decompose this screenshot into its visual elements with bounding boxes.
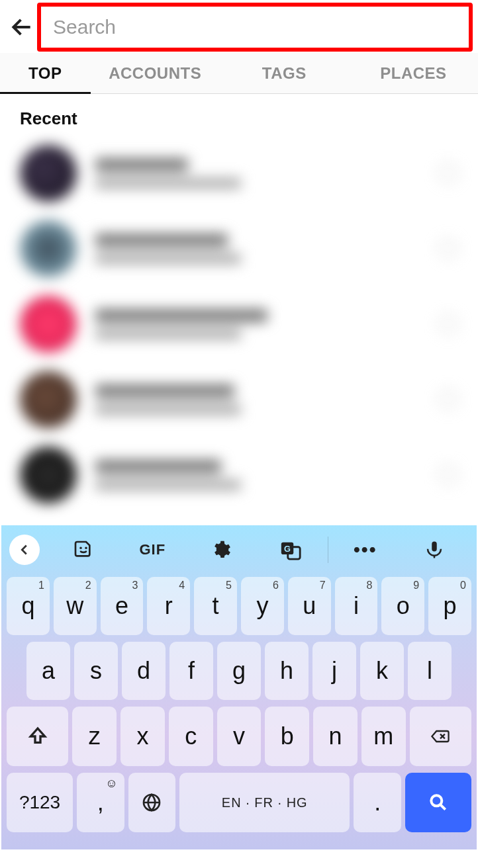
arrow-left-icon (9, 15, 34, 40)
list-item[interactable] (20, 211, 458, 286)
remove-recent-button[interactable] (438, 239, 458, 259)
svg-point-1 (85, 547, 87, 549)
svg-point-6 (431, 795, 442, 806)
key-a[interactable]: a (26, 642, 70, 700)
list-item[interactable] (20, 362, 458, 437)
list-item-text (95, 309, 438, 339)
search-input-wrap (41, 7, 469, 48)
comma-label: , (97, 789, 104, 816)
key-t[interactable]: t5 (194, 577, 237, 635)
svg-text:G: G (284, 544, 291, 554)
key-i[interactable]: i8 (335, 577, 378, 635)
list-item-subtitle (95, 178, 241, 189)
voice-input-button[interactable] (400, 525, 469, 574)
key-f[interactable]: f (169, 642, 213, 700)
tab-accounts[interactable]: ACCOUNTS (91, 53, 220, 93)
period-key[interactable]: . (354, 773, 401, 832)
search-header (0, 0, 478, 53)
remove-recent-button[interactable] (438, 465, 458, 485)
soft-keyboard: GIF G ••• q1w2e3r4t5y6u7i8o9p0 asdfghjkl… (1, 525, 477, 849)
backspace-icon (430, 726, 451, 747)
list-item[interactable] (20, 136, 458, 211)
keyboard-row-4: ?123 ☺ , EN · FR · HG . (7, 773, 471, 832)
key-w[interactable]: w2 (54, 577, 97, 635)
key-d[interactable]: d (122, 642, 166, 700)
keyboard-more-button[interactable]: ••• (331, 525, 400, 574)
microphone-icon (424, 540, 444, 560)
sticker-icon (73, 539, 94, 560)
comma-key[interactable]: ☺ , (77, 773, 124, 832)
key-c[interactable]: c (169, 707, 213, 766)
key-e[interactable]: e3 (101, 577, 144, 635)
list-item-text (95, 384, 438, 415)
search-input[interactable] (41, 7, 469, 48)
shift-key[interactable] (7, 707, 68, 766)
svg-point-0 (79, 547, 81, 549)
key-s[interactable]: s (74, 642, 118, 700)
tab-tags[interactable]: TAGS (220, 53, 349, 93)
language-key[interactable] (128, 773, 175, 832)
list-item[interactable] (20, 286, 458, 362)
remove-recent-button[interactable] (438, 163, 458, 183)
key-h[interactable]: h (265, 642, 309, 700)
spacebar-key[interactable]: EN · FR · HG (179, 773, 350, 832)
sticker-button[interactable] (49, 525, 118, 574)
key-l[interactable]: l (408, 642, 452, 700)
shift-icon (27, 726, 48, 747)
keyboard-toolbar: GIF G ••• (5, 525, 473, 574)
list-item[interactable] (20, 437, 458, 513)
emoji-hint: ☺ (105, 777, 117, 791)
key-k[interactable]: k (360, 642, 404, 700)
key-n[interactable]: n (313, 707, 358, 766)
toolbar-divider (328, 537, 328, 563)
avatar (20, 447, 77, 503)
list-item-subtitle (95, 404, 241, 415)
key-g[interactable]: g (217, 642, 261, 700)
key-z[interactable]: z (72, 707, 117, 766)
gif-button[interactable]: GIF (118, 525, 187, 574)
keyboard-settings-button[interactable] (187, 525, 256, 574)
symbols-key[interactable]: ?123 (7, 773, 73, 832)
key-b[interactable]: b (265, 707, 309, 766)
key-u[interactable]: u7 (288, 577, 331, 635)
search-action-key[interactable] (405, 773, 471, 832)
list-item-title (95, 158, 188, 171)
key-p[interactable]: p0 (428, 577, 471, 635)
key-v[interactable]: v (217, 707, 262, 766)
avatar (20, 220, 77, 277)
list-item-subtitle (95, 329, 241, 339)
key-j[interactable]: j (312, 642, 356, 700)
keyboard-collapse-button[interactable] (9, 535, 40, 565)
recent-heading: Recent (0, 94, 478, 136)
list-item-subtitle (95, 253, 241, 264)
search-tabs: TOP ACCOUNTS TAGS PLACES (0, 53, 478, 94)
key-q[interactable]: q1 (7, 577, 50, 635)
remove-recent-button[interactable] (438, 314, 458, 334)
key-r[interactable]: r4 (147, 577, 190, 635)
list-item-text (95, 158, 438, 189)
list-item-title (95, 460, 221, 473)
key-m[interactable]: m (361, 707, 406, 766)
list-item-title (95, 309, 267, 322)
tab-top[interactable]: TOP (0, 53, 91, 93)
chevron-left-icon (17, 542, 32, 557)
recent-list (0, 136, 478, 513)
globe-icon (141, 792, 162, 813)
avatar (20, 145, 77, 202)
key-o[interactable]: o9 (381, 577, 424, 635)
tab-places[interactable]: PLACES (349, 53, 478, 93)
gear-icon (211, 539, 232, 560)
list-item-text (95, 234, 438, 264)
avatar (20, 296, 77, 353)
remove-recent-button[interactable] (438, 390, 458, 410)
avatar (20, 371, 77, 428)
list-item-title (95, 384, 234, 398)
keyboard-row-3: zxcvbnm (7, 707, 471, 766)
keyboard-row-1: q1w2e3r4t5y6u7i8o9p0 (7, 577, 471, 635)
list-item-title (95, 234, 228, 247)
backspace-key[interactable] (410, 707, 471, 766)
key-x[interactable]: x (120, 707, 165, 766)
key-y[interactable]: y6 (241, 577, 284, 635)
translate-button[interactable]: G (256, 525, 325, 574)
back-button[interactable] (5, 11, 38, 44)
